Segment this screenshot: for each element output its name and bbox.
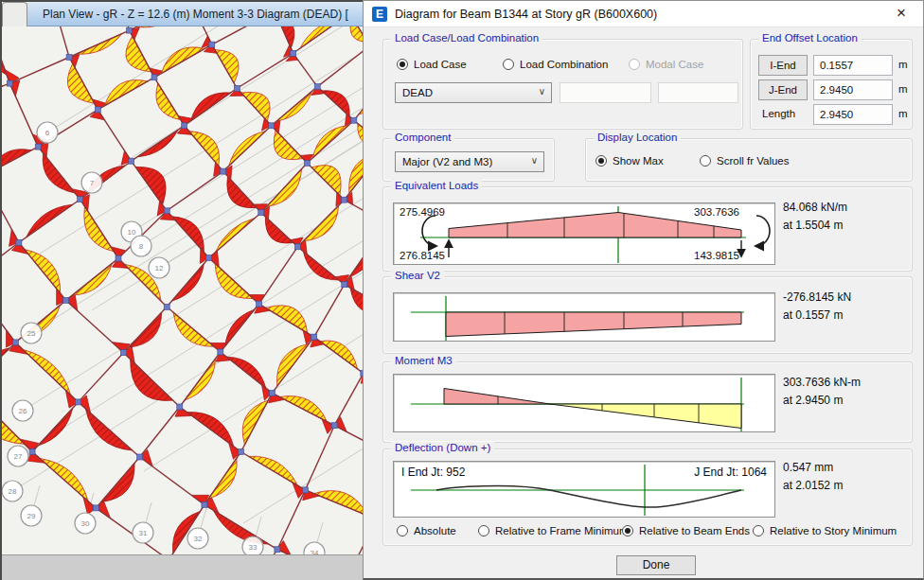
svg-text:12: 12 xyxy=(155,264,164,272)
radio-circle-icon xyxy=(753,525,764,536)
dialog-titlebar[interactable]: E Diagram for Beam B1344 at Story gR (B6… xyxy=(364,1,923,27)
load-case-group: Load Case/Load Combination Load Case Loa… xyxy=(382,39,743,130)
radio-circle-icon xyxy=(622,525,633,536)
svg-text:10: 10 xyxy=(128,228,136,237)
chevron-down-icon: ∨ xyxy=(539,86,545,97)
component-group: Component Major (V2 and M3) ∨ xyxy=(382,138,555,182)
shear-plot xyxy=(394,293,775,342)
deflection-annotation-location: at 2.0152 m xyxy=(783,477,843,495)
radio-load-case-label: Load Case xyxy=(414,59,467,70)
radio-relative-frame-min[interactable]: Relative to Frame Minimum xyxy=(478,525,629,536)
shear-group: Shear V2 -276.8145 kN at 0.1557 m xyxy=(382,276,913,354)
radio-show-max-label: Show Max xyxy=(613,155,664,167)
shear-annotation: -276.8145 kN at 0.1557 m xyxy=(783,289,851,325)
radio-scroll-values[interactable]: Scroll fr Values xyxy=(700,155,789,167)
plan-view-title: Plan View - gR - Z = 12.6 (m) Moment 3-3… xyxy=(27,8,348,21)
moment-diagram-plan: 671081225262728293031323334 xyxy=(2,26,363,554)
moment-negative-shape xyxy=(444,389,550,405)
radio-modal-case-label: Modal Case xyxy=(646,59,703,70)
display-location-group-label: Display Location xyxy=(594,132,681,143)
svg-text:30: 30 xyxy=(81,519,90,528)
svg-text:7: 7 xyxy=(90,179,95,187)
i-end-button[interactable]: I-End xyxy=(758,55,808,76)
svg-text:25: 25 xyxy=(27,329,36,338)
radio-show-max[interactable]: Show Max xyxy=(595,155,664,167)
plan-view-window: Plan View - gR - Z = 12.6 (m) Moment 3-3… xyxy=(0,0,363,580)
moment-panel[interactable] xyxy=(393,374,775,432)
j-end-button[interactable]: J-End xyxy=(758,79,808,100)
done-button[interactable]: Done xyxy=(616,555,696,575)
radio-load-combination-label: Load Combination xyxy=(520,59,608,70)
beam-diagram-dialog: E Diagram for Beam B1344 at Story gR (B6… xyxy=(363,0,924,580)
radio-absolute-label: Absolute xyxy=(414,525,456,536)
deflection-panel[interactable]: I End Jt: 952 J End Jt: 1064 xyxy=(393,461,775,518)
deflection-annotation: 0.547 mm at 2.0152 m xyxy=(783,459,843,495)
shear-panel[interactable] xyxy=(393,292,775,342)
moment-annotation-location: at 2.9450 m xyxy=(783,392,861,410)
length-value: 2.9450 xyxy=(813,104,893,125)
deflection-group: Deflection (Down +) I End Jt: 952 J End … xyxy=(382,448,913,546)
moment-positive-shape xyxy=(550,404,741,429)
eq-annotation-value: 84.068 kN/m xyxy=(783,199,847,217)
load-case-group-label: Load Case/Load Combination xyxy=(391,32,542,44)
radio-load-combination[interactable]: Load Combination xyxy=(503,59,608,70)
moment-label: Moment M3 xyxy=(391,355,456,366)
component-group-label: Component xyxy=(391,132,454,143)
radio-scroll-values-label: Scroll fr Values xyxy=(717,155,789,167)
window-tab[interactable] xyxy=(2,2,27,26)
end-offset-group: End Offset Location I-End 0.1557 m J-End… xyxy=(750,39,913,130)
eq-top-right-value: 303.7636 xyxy=(694,206,739,218)
svg-text:28: 28 xyxy=(9,487,17,496)
j-end-value: 2.9450 xyxy=(813,79,893,100)
svg-text:26: 26 xyxy=(19,407,27,415)
radio-circle-icon xyxy=(503,59,514,70)
plan-view-canvas[interactable]: 671081225262728293031323334 xyxy=(2,26,363,554)
screenshot-stage: Plan View - gR - Z = 12.6 (m) Moment 3-3… xyxy=(0,0,924,580)
radio-circle-icon xyxy=(397,59,408,70)
close-icon[interactable]: × xyxy=(891,3,912,24)
radio-circle-icon xyxy=(397,525,408,536)
radio-modal-case: Modal Case xyxy=(629,59,703,70)
plan-view-titlebar[interactable]: Plan View - gR - Z = 12.6 (m) Moment 3-3… xyxy=(27,2,363,26)
radio-circle-icon xyxy=(629,59,640,70)
eq-bottom-left-value: 276.8145 xyxy=(400,250,445,261)
radio-relative-frame-min-label: Relative to Frame Minimum xyxy=(495,525,629,536)
radio-circle-icon xyxy=(700,155,711,167)
i-end-value: 0.1557 xyxy=(813,55,893,76)
svg-text:8: 8 xyxy=(139,242,144,251)
radio-relative-beam-ends[interactable]: Relative to Beam Ends xyxy=(622,525,750,536)
deflection-annotation-value: 0.547 mm xyxy=(783,459,843,477)
moment-plot xyxy=(394,375,775,432)
moment-arrow-left xyxy=(422,216,435,246)
radio-load-case[interactable]: Load Case xyxy=(397,59,467,70)
load-case-select[interactable]: DEAD ∨ xyxy=(395,82,552,103)
etabs-logo-icon: E xyxy=(372,7,387,22)
moment-arrow-right xyxy=(756,216,770,246)
component-select[interactable]: Major (V2 and M3) ∨ xyxy=(395,151,544,172)
equivalent-loads-panel[interactable]: 275.4969 276.8145 303.7636 143.9815 xyxy=(393,202,775,265)
modal-case-field xyxy=(658,82,738,103)
chevron-down-icon: ∨ xyxy=(531,155,538,166)
equivalent-loads-group: Equivalent Loads xyxy=(382,186,913,272)
radio-absolute[interactable]: Absolute xyxy=(397,525,456,536)
j-end-unit: m xyxy=(898,83,908,95)
shear-shape xyxy=(446,312,741,337)
equivalent-loads-label: Equivalent Loads xyxy=(391,180,482,191)
eq-annotation-location: at 1.5504 m xyxy=(783,217,847,235)
display-location-group: Display Location Show Max Scroll fr Valu… xyxy=(585,138,913,182)
i-end-unit: m xyxy=(898,59,908,70)
svg-text:27: 27 xyxy=(14,452,23,461)
moment-annotation: 303.7636 kN-m at 2.9450 m xyxy=(783,374,861,410)
svg-text:6: 6 xyxy=(45,129,50,137)
radio-relative-story-min[interactable]: Relative to Story Minimum xyxy=(753,525,897,536)
deflection-curve xyxy=(436,486,741,508)
svg-text:29: 29 xyxy=(27,512,36,520)
load-combination-field xyxy=(560,82,651,103)
eq-bottom-right-value: 143.9815 xyxy=(694,250,739,261)
load-case-selected-value: DEAD xyxy=(402,87,433,98)
j-end-joint-label: J End Jt: 1064 xyxy=(694,466,767,479)
radio-circle-icon xyxy=(595,155,607,167)
radio-circle-icon xyxy=(478,525,489,536)
svg-text:33: 33 xyxy=(249,543,258,552)
end-offset-group-label: End Offset Location xyxy=(758,32,862,44)
